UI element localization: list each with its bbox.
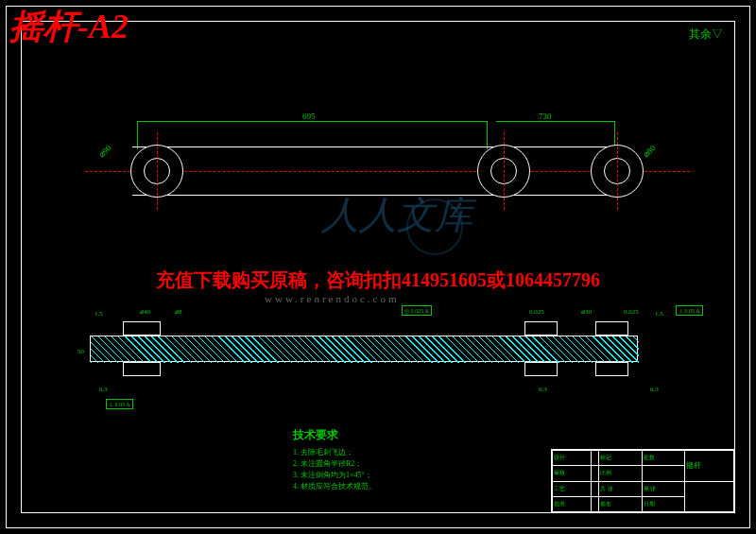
sd-5: 0.025: [529, 308, 544, 316]
tb-cell: [592, 466, 599, 481]
tech-req-4: 4. 材质应符合技术规范。: [293, 481, 376, 492]
tech-req-1: 1. 去除毛刺飞边；: [293, 447, 376, 458]
tech-req-title: 技术要求: [293, 427, 376, 443]
sd-tol1: ◎ 0.025 A: [402, 305, 432, 316]
sd-b4: 6.3: [650, 386, 659, 393]
technical-requirements: 技术要求 1. 去除毛刺飞边； 2. 未注圆角半径R2； 3. 未注倒角均为1×…: [293, 427, 376, 492]
ext-line-1: [137, 121, 138, 149]
ext-line-2: [487, 121, 488, 149]
tb-cell: 共 张: [599, 481, 642, 496]
sd-7: 0.025: [624, 308, 639, 316]
tb-cell: [592, 451, 599, 466]
sec-boss-l-top: [123, 321, 161, 336]
tb-cell: 处数: [642, 451, 684, 466]
tb-cell: [642, 466, 684, 481]
tb-cell: 审核: [553, 466, 592, 481]
dim-span2: 730: [539, 112, 552, 121]
drawing-title: 摇杆-A2: [9, 4, 129, 50]
tb-cell: 批准: [553, 496, 592, 511]
sec-boss-l-bot: [123, 362, 161, 376]
cl-v1: [157, 132, 158, 210]
sd-b3: 6.3: [539, 386, 547, 393]
title-block-table: 设计 标记 处数 摇杆 审核 比例 工艺 共 张 第 张 批准 签名 日期: [552, 450, 734, 512]
sec-boss-r-top: [595, 321, 628, 336]
tb-cell: [592, 496, 599, 511]
tech-req-2: 2. 未注圆角半径R2；: [293, 458, 376, 470]
tb-cell: 签名: [599, 496, 642, 511]
watermark-url: www.renrendoc.com: [265, 293, 400, 304]
sd-8: 1.5: [655, 310, 663, 318]
hatch-region: [91, 336, 639, 363]
sec-boss-r-bot: [595, 362, 628, 376]
watermark-circle: [406, 198, 463, 255]
purchase-overlay-text: 充值下载购买原稿，咨询扣扣414951605或1064457796: [47, 267, 709, 293]
sd-6: ⌀30: [581, 308, 592, 316]
sd-3: ⌀8: [175, 308, 182, 316]
sec-boss-m-top: [524, 321, 558, 336]
surface-finish-note: 其余▽: [689, 26, 723, 43]
sd-l1: 50: [77, 348, 84, 355]
sd-1: 1.5: [94, 310, 103, 318]
sd-b2: ⊥ 0.05 A: [106, 399, 133, 409]
dim-span1: 695: [302, 112, 316, 121]
sec-boss-m-bot: [524, 362, 558, 376]
dim-line-1: [137, 121, 487, 122]
cl-v3: [617, 132, 618, 210]
tb-part-name: 摇杆: [684, 451, 733, 482]
tb-cell: [592, 481, 599, 496]
section-view: [90, 336, 638, 362]
tb-cell: [684, 481, 733, 512]
title-block: 设计 标记 处数 摇杆 审核 比例 工艺 共 张 第 张 批准 签名 日期: [551, 449, 735, 513]
cl-v2: [504, 132, 505, 210]
tb-cell: 比例: [599, 466, 642, 481]
dim-line-2: [496, 121, 614, 122]
sd-tol2: ⊥ 0.05 A: [676, 305, 703, 316]
tb-cell: 标记: [599, 451, 642, 466]
tb-cell: 日期: [642, 496, 684, 511]
sd-b1: 6.3: [99, 386, 108, 393]
sd-2: ⌀40: [140, 308, 150, 316]
tb-cell: 第 张: [642, 481, 684, 496]
tech-req-3: 3. 未注倒角均为1×45°；: [293, 470, 376, 481]
tb-cell: 设计: [553, 451, 592, 466]
tb-cell: 工艺: [553, 481, 592, 496]
